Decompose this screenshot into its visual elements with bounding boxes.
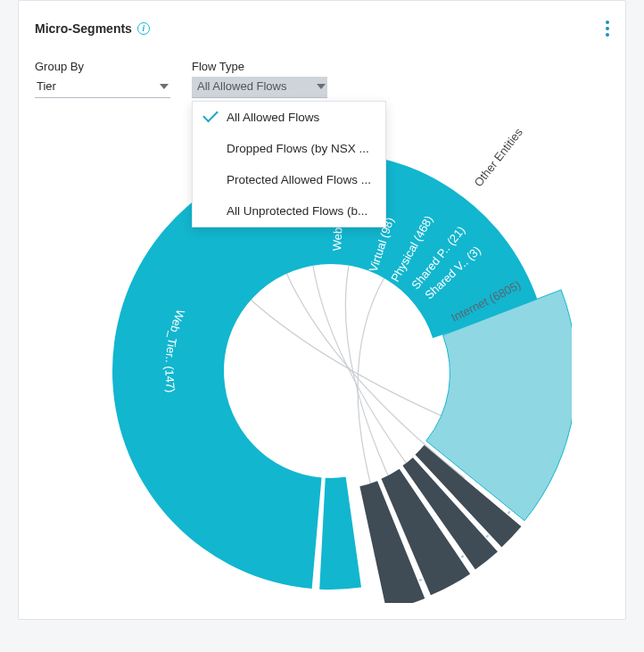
flow-type-filter: Flow Type All Allowed Flows [192, 60, 327, 98]
filter-bar: Group By Tier Flow Type All Allowed Flow… [19, 42, 625, 98]
chevron-down-icon [317, 84, 326, 89]
info-icon[interactable]: i [137, 22, 150, 35]
kebab-menu-icon[interactable] [600, 15, 615, 42]
dropdown-item-unprotected[interactable]: All Unprotected Flows (b... [193, 195, 385, 227]
other-entities-label: Other Entities [472, 125, 526, 189]
dropdown-item-all-allowed[interactable]: All Allowed Flows [193, 102, 385, 133]
panel-title-row: Micro-Segments i [35, 21, 150, 36]
group-by-select[interactable]: Tier [35, 77, 170, 98]
dropdown-item-protected[interactable]: Protected Allowed Flows ... [193, 164, 385, 195]
flow-type-dropdown: All Allowed Flows Dropped Flows (by NSX … [192, 101, 386, 227]
panel-title: Micro-Segments [35, 21, 132, 36]
group-by-value: Tier [37, 79, 56, 93]
micro-segments-panel: Micro-Segments i Group By Tier Flow Type [18, 0, 626, 620]
flow-type-value: All Allowed Flows [197, 79, 286, 93]
group-by-label: Group By [35, 60, 170, 73]
group-by-filter: Group By Tier [35, 60, 170, 98]
flow-type-select[interactable]: All Allowed Flows [192, 77, 327, 98]
dropdown-item-dropped[interactable]: Dropped Flows (by NSX ... [193, 133, 385, 164]
segment-web-tier-2[interactable] [319, 477, 361, 590]
flow-type-label: Flow Type [192, 60, 327, 73]
chevron-down-icon [160, 84, 169, 89]
